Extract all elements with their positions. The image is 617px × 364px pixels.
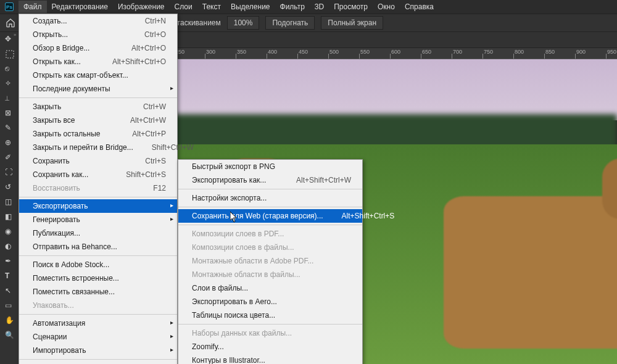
file-item-12[interactable]: Сохранить как...Shift+Ctrl+S	[19, 168, 177, 181]
menu-текст[interactable]: Текст	[197, 1, 226, 13]
file-dropdown: Создать...Ctrl+NОткрыть...Ctrl+OОбзор в …	[19, 14, 178, 364]
eyedropper-tool-icon[interactable]: ✎	[0, 121, 20, 136]
file-item-21[interactable]: Поместить встроенные...	[19, 271, 177, 285]
history-brush-icon[interactable]: ↺	[0, 180, 20, 195]
fit-button[interactable]: Подогнать	[265, 16, 315, 30]
gradient-tool-icon[interactable]: ◧	[0, 210, 20, 225]
hand-tool-icon[interactable]: ✋	[0, 313, 20, 328]
file-item-27[interactable]: Импортировать	[19, 344, 177, 357]
file-item-7[interactable]: ЗакрытьCtrl+W	[19, 100, 177, 114]
wand-tool-icon[interactable]: ✧	[0, 77, 20, 91]
file-item-11[interactable]: СохранитьCtrl+S	[19, 154, 177, 168]
menu-окно[interactable]: Окно	[373, 1, 400, 13]
export-item-3[interactable]: Настройки экспорта...	[178, 191, 362, 205]
app-icon: Ps	[5, 2, 14, 11]
file-item-0[interactable]: Создать...Ctrl+N	[19, 14, 177, 28]
frame-tool-icon[interactable]: ⊠	[0, 106, 20, 121]
file-item-15[interactable]: Экспортировать	[19, 199, 177, 213]
move-tool-icon[interactable]: ✥	[0, 32, 20, 47]
export-item-11[interactable]: Слои в файлы...	[178, 281, 362, 295]
file-item-5[interactable]: Последние документы	[19, 82, 177, 96]
file-item-10[interactable]: Закрыть и перейти в Bridge...Shift+Ctrl+…	[19, 141, 177, 154]
export-item-13[interactable]: Таблицы поиска цвета...	[178, 308, 362, 322]
file-item-16[interactable]: Генерировать	[19, 213, 177, 226]
heal-tool-icon[interactable]: ⊕	[0, 136, 20, 151]
menu-3d[interactable]: 3D	[310, 1, 329, 13]
export-submenu: Быстрый экспорт в PNGЭкспортировать как.…	[178, 159, 363, 364]
export-item-17[interactable]: Контуры в Illustrator...	[178, 354, 362, 364]
export-item-7: Композиции слоев в PDF...	[178, 227, 362, 241]
tools-panel: ✥ ⎋ ✧ ⟂ ⊠ ✎ ⊕ ✐ ⛶ ↺ ◫ ◧ ◉ ◐ ✒ T ↖ ▭ ✋ 🔍	[0, 32, 20, 364]
export-item-8: Композиции слоев в файлы...	[178, 241, 362, 254]
file-item-29[interactable]: Сведения о файле...Alt+Shift+Ctrl+I	[19, 362, 177, 364]
export-item-15: Наборы данных как файлы...	[178, 326, 362, 340]
svg-rect-0	[6, 51, 14, 58]
zoom-percent[interactable]: 100%	[227, 16, 260, 30]
file-item-8[interactable]: Закрыть всеAlt+Ctrl+W	[19, 114, 177, 127]
blur-tool-icon[interactable]: ◉	[0, 225, 20, 239]
pen-tool-icon[interactable]: ✒	[0, 254, 20, 269]
file-item-23: Упаковать...	[19, 299, 177, 312]
dodge-tool-icon[interactable]: ◐	[0, 239, 20, 254]
export-item-9: Монтажные области в Adobe PDF...	[178, 254, 362, 268]
file-item-3[interactable]: Открыть как...Alt+Shift+Ctrl+O	[19, 55, 177, 68]
crop-tool-icon[interactable]: ⟂	[0, 91, 20, 106]
menu-просмотр[interactable]: Просмотр	[329, 1, 373, 13]
menu-редактирование[interactable]: Редактирование	[47, 1, 113, 13]
path-select-icon[interactable]: ↖	[0, 284, 20, 299]
file-item-20[interactable]: Поиск в Adobe Stock...	[19, 258, 177, 271]
file-item-13: ВосстановитьF12	[19, 181, 177, 195]
home-icon[interactable]	[4, 16, 17, 30]
export-item-1[interactable]: Экспортировать как...Alt+Shift+Ctrl+W	[178, 173, 362, 187]
export-item-16[interactable]: Zoomify...	[178, 340, 362, 354]
marquee-tool-icon[interactable]	[0, 47, 20, 62]
menu-справка[interactable]: Справка	[400, 1, 439, 13]
menu-выделение[interactable]: Выделение	[226, 1, 275, 13]
lasso-tool-icon[interactable]: ⎋	[0, 62, 20, 77]
stamp-tool-icon[interactable]: ⛶	[0, 165, 20, 180]
file-item-25[interactable]: Автоматизация	[19, 316, 177, 330]
eraser-tool-icon[interactable]: ◫	[0, 195, 20, 210]
file-item-22[interactable]: Поместить связанные...	[19, 285, 177, 299]
shape-tool-icon[interactable]: ▭	[0, 299, 20, 313]
menu-слои[interactable]: Слои	[170, 1, 197, 13]
zoom-tool-icon[interactable]: 🔍	[0, 328, 20, 343]
file-item-4[interactable]: Открыть как смарт-объект...	[19, 68, 177, 82]
file-item-17[interactable]: Публикация...	[19, 226, 177, 240]
menu-изображение[interactable]: Изображение	[113, 1, 170, 13]
export-item-0[interactable]: Быстрый экспорт в PNG	[178, 160, 362, 173]
menubar: Ps ФайлРедактированиеИзображениеСлоиТекс…	[0, 0, 617, 14]
file-item-18[interactable]: Отправить на Behance...	[19, 240, 177, 254]
menu-файл[interactable]: Файл	[19, 1, 47, 13]
file-item-26[interactable]: Сценарии	[19, 330, 177, 344]
export-item-5[interactable]: Сохранить для Web (старая версия)...Alt+…	[178, 209, 362, 223]
file-item-2[interactable]: Обзор в Bridge...Alt+Ctrl+O	[19, 41, 177, 55]
file-item-1[interactable]: Открыть...Ctrl+O	[19, 28, 177, 41]
menu-фильтр[interactable]: Фильтр	[275, 1, 310, 13]
chevron-down-icon: »	[14, 32, 16, 38]
export-item-10: Монтажные области в файлы...	[178, 268, 362, 281]
export-item-12[interactable]: Экспортировать в Aero...	[178, 295, 362, 308]
type-tool-icon[interactable]: T	[0, 269, 20, 284]
fullscreen-button[interactable]: Полный экран	[321, 16, 383, 30]
file-item-9[interactable]: Закрыть остальныеAlt+Ctrl+P	[19, 127, 177, 141]
brush-tool-icon[interactable]: ✐	[0, 151, 20, 165]
